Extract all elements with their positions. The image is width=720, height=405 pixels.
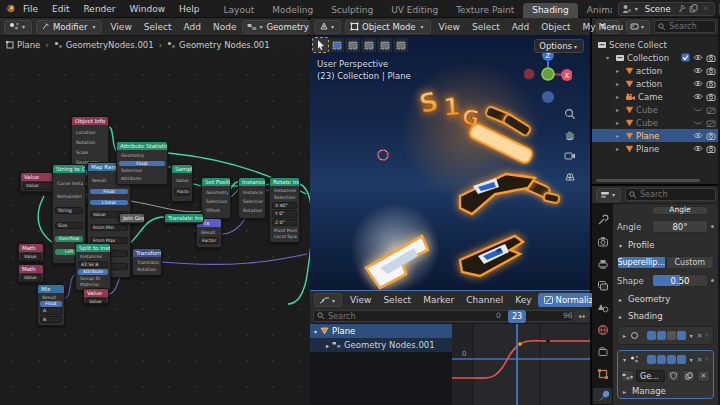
grid-perspective-icon[interactable] <box>564 171 576 183</box>
graph-search-input[interactable]: Search <box>313 310 572 322</box>
viewport-menu-select[interactable]: Select <box>466 22 506 32</box>
tab-shading[interactable]: Shading <box>523 3 578 18</box>
fake-user-shield-icon[interactable] <box>667 370 680 382</box>
drag-handle-icon[interactable]: ⠿ <box>705 356 710 363</box>
zoom-icon[interactable] <box>564 108 576 120</box>
outliner-row-cube[interactable]: ▸Cube <box>592 116 718 129</box>
properties-tab-render[interactable] <box>593 234 612 250</box>
expand-icon[interactable]: ▸ <box>326 342 329 349</box>
properties-search-input[interactable]: Search <box>625 188 716 201</box>
close-icon[interactable]: ✕ <box>700 3 712 15</box>
unlink-icon[interactable]: ✕ <box>697 370 710 382</box>
expand-icon[interactable]: ▸ <box>616 80 624 87</box>
outliner-row-collection[interactable]: ▾Collection <box>592 51 718 64</box>
menu-render[interactable]: Render <box>77 0 123 18</box>
new-copy-icon[interactable] <box>688 3 700 15</box>
geometry-panel-header[interactable]: ▸Geometry <box>617 294 714 304</box>
display-toggles[interactable] <box>647 355 686 364</box>
display-toggles[interactable] <box>647 331 686 340</box>
graph-menu-marker[interactable]: Marker <box>417 295 460 305</box>
breadcrumb-item[interactable]: Plane <box>17 40 40 50</box>
expand-icon[interactable]: ▸ <box>616 106 624 113</box>
camera-restrict-icon[interactable] <box>706 132 716 140</box>
cursor-tool-button[interactable] <box>313 38 328 52</box>
eye-icon[interactable] <box>693 54 703 61</box>
expand-icon[interactable]: ▸ <box>623 332 626 339</box>
menu-edit[interactable]: Edit <box>45 0 76 18</box>
viewport-menu-object[interactable]: Object <box>535 22 576 32</box>
eye-icon[interactable] <box>693 132 703 139</box>
expand-channels-icon[interactable]: ↔ <box>574 310 590 322</box>
node-canvas[interactable]: Plane›GeometryNodes.001›Geometry Nodes.0… <box>0 36 310 405</box>
outliner-row-cube[interactable]: ▸Cube <box>592 103 718 116</box>
properties-tab-modifier[interactable] <box>593 388 612 404</box>
editor-type-button[interactable]: ▾ <box>4 20 32 34</box>
breadcrumb-item[interactable]: Geometry Nodes.001 <box>179 40 270 50</box>
node-join-geometry[interactable]: Join Geometry <box>119 213 145 224</box>
viewport-menu-my-menu[interactable]: My Menu <box>576 22 629 32</box>
viewport-menu-view[interactable]: View <box>433 22 466 32</box>
scene-selector[interactable]: ▾ Scene ✕ <box>618 2 715 16</box>
eye-icon[interactable] <box>693 145 703 152</box>
expand-icon[interactable]: ▾ <box>623 356 626 363</box>
channel-geometry-nodes-001[interactable]: ▸Geometry Nodes.001 <box>310 338 452 352</box>
outliner-search-input[interactable]: Search <box>654 20 716 33</box>
channel-plane[interactable]: ▾Plane <box>310 324 452 338</box>
node-math[interactable]: MathValue <box>18 264 44 283</box>
mode-dropdown[interactable]: Object Mode▾ <box>345 20 431 34</box>
node-mix[interactable]: MixResultFloatAB <box>37 284 65 326</box>
node-value[interactable]: ValueValue <box>83 288 109 304</box>
expand-icon[interactable]: ▸ <box>616 67 624 74</box>
expand-icon[interactable]: ▾ <box>606 54 614 61</box>
outliner-row-came[interactable]: ▸Came <box>592 90 718 103</box>
expand-icon[interactable]: ▸ <box>616 145 624 152</box>
node-sample-curve[interactable]: Sample CurveValueFactor <box>171 164 193 202</box>
fcurve-area[interactable]: 0 <box>452 324 590 405</box>
properties-tab-tool[interactable] <box>593 212 612 228</box>
node-rotate-instances[interactable]: Rotate InstancesInstancesSelectionX 40°Y… <box>269 177 300 243</box>
node-transform[interactable]: TransformTranslationRotation <box>132 248 162 276</box>
node-tree-name-field[interactable]: Ge... <box>636 370 665 382</box>
node-instance-on-points[interactable]: Instance on PointsInstancesSelectionRota… <box>238 177 266 219</box>
node-split-to-instances[interactable]: Split to InstancesInstances42.5k BAttrib… <box>75 243 111 291</box>
outliner-row-plane[interactable]: ▸Plane <box>592 142 718 155</box>
graph-menu-key[interactable]: Key <box>509 295 537 305</box>
node-tree-mode-dropdown[interactable]: Modifier▾ <box>36 20 102 34</box>
profile-mode-custom[interactable]: Custom <box>666 256 715 269</box>
tab-layout[interactable]: Layout <box>215 3 264 18</box>
scene-name[interactable]: Scene <box>640 4 676 14</box>
expand-icon[interactable]: ▸ <box>616 119 624 126</box>
tab-uv-editing[interactable]: UV Editing <box>382 3 447 18</box>
outliner-row-action[interactable]: ▸action <box>592 77 718 90</box>
node-menu-add[interactable]: Add <box>178 22 207 32</box>
node-set-position[interactable]: Set PositionGeometrySelectionOffset <box>201 177 231 219</box>
eye-icon[interactable] <box>693 67 703 74</box>
node-attribute-statistic[interactable]: Attribute StatisticGeometryFloatSelectio… <box>116 141 168 185</box>
lasso-select-tool-button[interactable] <box>361 38 376 52</box>
duplicate-icon[interactable] <box>682 370 695 382</box>
node-menu-node[interactable]: Node <box>207 22 243 32</box>
extra-tool-button[interactable] <box>393 38 408 52</box>
editor-type-button[interactable]: ▾ <box>596 188 621 202</box>
viewport-3d[interactable]: Options▾ User Perspective (23) Collectio… <box>310 36 590 290</box>
camera-restrict-off-icon[interactable] <box>706 106 716 114</box>
tweak-tool-button[interactable] <box>345 38 360 52</box>
tab-modeling[interactable]: Modeling <box>263 3 322 18</box>
modifier-collapsed[interactable]: ▸ ▾ ✕ ⠿ <box>617 326 714 345</box>
graph-menu-view[interactable]: View <box>344 295 377 305</box>
extras-dropdown[interactable]: ▾ <box>690 356 693 363</box>
navigation-gizmo[interactable]: Z X <box>524 44 572 106</box>
expand-icon[interactable]: ▸ <box>616 132 624 139</box>
properties-tab-viewlayer[interactable] <box>593 278 612 294</box>
limit-method-dropdown[interactable]: Angle <box>652 206 708 215</box>
checkbox-icon[interactable] <box>681 53 690 62</box>
extras-dropdown[interactable]: ▾ <box>690 332 693 339</box>
camera-restrict-icon[interactable] <box>706 54 716 62</box>
camera-restrict-icon[interactable] <box>706 67 716 75</box>
eye-icon[interactable] <box>693 93 703 100</box>
outliner-row-scene collect[interactable]: Scene Collect <box>592 38 718 51</box>
eye-closed-icon[interactable] <box>693 119 703 126</box>
horizontal-scrollbar[interactable] <box>596 179 700 182</box>
camera-view-icon[interactable] <box>564 150 576 162</box>
editor-type-button[interactable]: ▾ <box>314 293 342 307</box>
